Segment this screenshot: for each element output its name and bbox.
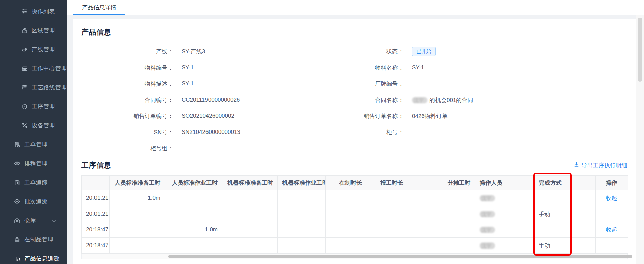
col-header-spacer xyxy=(571,176,596,190)
field-label: 物料描述： xyxy=(81,76,173,92)
sidebar-item-schedule-eye[interactable]: 排程管理 xyxy=(0,154,67,173)
sidebar-item-area-pin[interactable]: 区域管理 xyxy=(0,21,67,40)
sidebar-item-production-line[interactable]: 产线管理 xyxy=(0,40,67,59)
production-line-icon xyxy=(21,46,28,53)
tab-product-info-detail[interactable]: 产品信息详情 xyxy=(73,0,125,15)
col-header-operator: 操作人员 xyxy=(475,176,534,190)
status-badge: 已开始 xyxy=(412,47,436,56)
cell-time: 20:18:47 xyxy=(82,238,110,254)
sidebar-item-workorder-doc[interactable]: 工单管理 xyxy=(0,135,67,154)
field-value: SY-1 xyxy=(173,60,303,76)
cell-spacer xyxy=(571,190,596,206)
table-row: 20:18:47沈宇手动 xyxy=(82,238,628,254)
cell-spacer xyxy=(571,222,596,238)
table-header-row: 人员标准准备工时人员标准作业工时机器标准准备工时机器标准作业工时在制时长报工时长… xyxy=(82,176,628,190)
sidebar-item-clipboard-arrow[interactable]: 工单追踪 xyxy=(0,173,67,192)
field-value-text: SY-产线3 xyxy=(182,48,205,55)
redacted-operator: 沈宇 xyxy=(480,195,495,201)
sidebar-item-process-badge[interactable]: 工序管理 xyxy=(0,97,67,116)
cell-spacer xyxy=(571,206,596,222)
table-row: 20:18:471.0m沈宇收起 xyxy=(82,222,628,238)
cell-operator: 沈宇 xyxy=(475,206,534,222)
sidebar-item-target[interactable]: 批次追溯 xyxy=(0,192,67,211)
field-value-text: 的机会001的合同 xyxy=(429,96,473,104)
collapse-link[interactable]: 收起 xyxy=(606,195,617,201)
col-header-machine_work: 机器标准作业工时 xyxy=(278,176,326,190)
cell-report xyxy=(367,238,408,254)
sidebar-item-sliders[interactable]: 操作列表 xyxy=(0,2,67,21)
cell-finish: 手动 xyxy=(534,206,571,222)
process-table-wrap: 人员标准准备工时人员标准作业工时机器标准准备工时机器标准作业工时在制时长报工时长… xyxy=(81,175,628,259)
cell-alloc xyxy=(408,190,475,206)
cell-action xyxy=(596,206,628,222)
col-header-alloc: 分摊工时 xyxy=(408,176,475,190)
cell-machine_prep xyxy=(222,238,278,254)
col-header-wip: 在制时长 xyxy=(326,176,367,190)
field-value-text: SN2104260000000013 xyxy=(182,129,240,136)
field-value: 0426物料订单 xyxy=(404,108,627,124)
page-scrollbar-thumb[interactable] xyxy=(638,18,642,82)
cell-alloc xyxy=(408,222,475,238)
field-value: CC2011190000000026 xyxy=(173,92,303,108)
cell-person_work xyxy=(165,206,222,222)
cell-report xyxy=(367,206,408,222)
cell-time: 20:01:21 xyxy=(82,190,110,206)
cell-alloc xyxy=(408,238,475,254)
redacted-operator: 沈宇 xyxy=(480,242,495,249)
sidebar-item-warehouse-home[interactable]: 仓库 xyxy=(0,211,67,230)
product-info-title: 产品信息 xyxy=(81,27,627,37)
cell-person_prep xyxy=(110,238,165,254)
field-value: 沈宇的机会001的合同 xyxy=(404,92,627,108)
cell-machine_work xyxy=(278,190,326,206)
tab-label: 产品信息详情 xyxy=(82,4,116,11)
sidebar-item-stamp[interactable]: 在制品管理 xyxy=(0,230,67,249)
cell-wip xyxy=(326,238,367,254)
cell-machine_prep xyxy=(222,190,278,206)
collapse-link[interactable]: 收起 xyxy=(606,227,617,233)
cell-operator: 沈宇 xyxy=(475,238,534,254)
redacted-operator: 沈宇 xyxy=(480,211,495,217)
schedule-eye-icon xyxy=(13,160,21,167)
sliders-icon xyxy=(21,8,28,15)
col-header-time xyxy=(82,176,110,190)
sidebar-item-label: 工单追踪 xyxy=(24,179,48,186)
sidebar-item-work-center[interactable]: 工作中心管理 xyxy=(0,59,67,78)
table-hscroll-track[interactable] xyxy=(81,254,628,259)
redacted-text: 沈宇 xyxy=(412,97,427,103)
routing-list-icon xyxy=(21,84,28,91)
field-label: 物料名称： xyxy=(303,60,404,76)
sidebar-item-search-bars[interactable]: 产品信息追溯 xyxy=(0,249,67,264)
cell-machine_prep xyxy=(222,206,278,222)
cell-machine_work xyxy=(278,238,326,254)
page-scrollbar-track[interactable] xyxy=(636,15,644,264)
field-value xyxy=(404,76,627,92)
table-row: 20:01:211.0m沈宇收起 xyxy=(82,190,628,206)
cell-person_prep xyxy=(110,206,165,222)
work-center-icon xyxy=(21,65,28,72)
cell-operator: 沈宇 xyxy=(475,190,534,206)
field-value xyxy=(404,124,627,140)
sidebar: 操作列表区域管理产线管理工作中心管理工艺路线管理工序管理设备管理工单管理排程管理… xyxy=(0,0,67,264)
field-value-text: SO20210426000002 xyxy=(182,113,234,119)
cell-wip xyxy=(326,190,367,206)
sidebar-item-routing-list[interactable]: 工艺路线管理 xyxy=(0,78,67,97)
clipboard-arrow-icon xyxy=(13,179,21,186)
sidebar-item-tools[interactable]: 设备管理 xyxy=(0,116,67,135)
cell-machine_work xyxy=(278,206,326,222)
col-header-person_prep: 人员标准准备工时 xyxy=(110,176,165,190)
table-hscroll-thumb[interactable] xyxy=(168,255,632,258)
cell-action xyxy=(596,238,628,254)
tools-icon xyxy=(21,122,28,129)
export-process-detail-link[interactable]: 导出工序执行明细 xyxy=(574,162,627,169)
field-label: 柜号组： xyxy=(81,140,173,156)
field-value-text: CC2011190000000026 xyxy=(182,97,240,103)
table-row: 20:01:21沈宇手动 xyxy=(82,206,628,222)
sidebar-item-label: 工单管理 xyxy=(24,141,48,148)
field-value xyxy=(404,140,627,156)
cell-wip xyxy=(326,222,367,238)
cell-machine_work xyxy=(278,222,326,238)
cell-time: 20:18:47 xyxy=(82,222,110,238)
cell-finish xyxy=(534,222,571,238)
sidebar-item-label: 工序管理 xyxy=(32,103,55,110)
export-link-label: 导出工序执行明细 xyxy=(581,162,627,169)
